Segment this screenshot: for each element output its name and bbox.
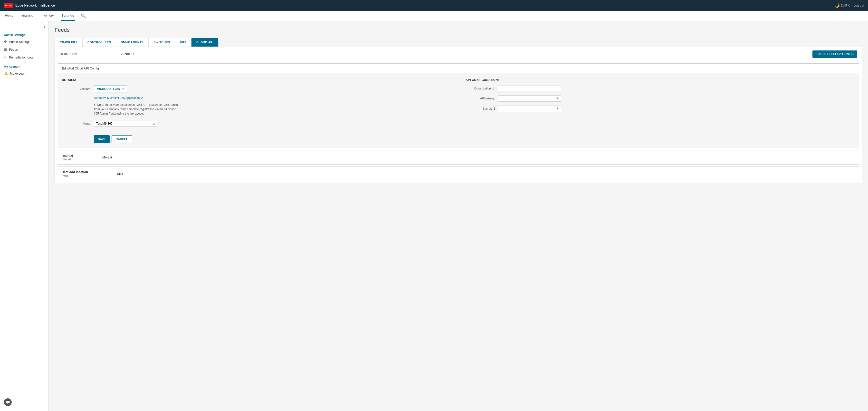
eye-icon[interactable]: 👁 [556, 96, 559, 100]
note-content: Note: To activate the Microsoft 365 API,… [94, 103, 178, 115]
form-details-section: DETAILS: Vendors: MICROSOFT 365 ▼ Author… [62, 78, 451, 130]
sidebar: « Admin Settings ⚙ Admin Settings ☰ Feed… [0, 21, 49, 411]
feeds-icon: ☰ [4, 48, 7, 52]
nav-tab-settings[interactable]: Settings [61, 11, 75, 21]
secret-eye-icon[interactable]: 👁 [556, 107, 559, 111]
mist-vendor: Mist [117, 172, 123, 176]
config-row-mist[interactable]: test add location Mist Mist [58, 167, 859, 181]
nav-tab-analysis[interactable]: Analysis [20, 11, 34, 21]
config-row-mist-name: test add location Mist [63, 170, 88, 177]
form-body: DETAILS: Vendors: MICROSOFT 365 ▼ Author… [58, 74, 859, 135]
authorize-link[interactable]: Authorize Microsoft 365 Application ↗ [94, 96, 451, 100]
authorize-text: Authorize Microsoft 365 Application [94, 96, 140, 100]
org-id-label: Organization Id: [466, 87, 495, 90]
gear-icon: ⚙ [4, 40, 7, 43]
meraki-vendor: Meraki [102, 155, 112, 159]
sidebar-item-feeds[interactable]: ☰ Feeds [0, 46, 49, 53]
nav-tab-inventory[interactable]: Inventory [40, 11, 55, 21]
sidebar-collapse-button[interactable]: « [0, 25, 49, 31]
nav-tab-home[interactable]: Home [4, 11, 14, 21]
mist-sub: Mist [63, 174, 88, 177]
logout-button[interactable]: Log out [854, 4, 864, 7]
tab-switches[interactable]: SWITCHES [149, 38, 175, 47]
form-api-config-section: API CONFIGURATION: Organization Id: API … [466, 78, 855, 130]
sidebar-item-admin-settings[interactable]: ⚙ Admin Settings [0, 38, 49, 46]
cloud-api-header: CLOUD API VENDOR + ADD CLOUD API CONFIG [55, 47, 862, 61]
tab-cloud-api[interactable]: CLOUD API [191, 38, 218, 47]
search-icon[interactable]: 🔍 [81, 13, 86, 18]
details-section-title: DETAILS: [62, 78, 451, 82]
sidebar-item-label-feeds: Feeds [9, 48, 18, 52]
edit-form-title: Edit/Add Cloud API Config [58, 64, 859, 74]
my-account-section-title: My Account [0, 63, 49, 69]
name-input-wrapper: ⊞ [94, 121, 157, 126]
vendor-select[interactable]: MICROSOFT 365 ▼ [94, 86, 127, 92]
add-cloud-api-config-button[interactable]: + ADD CLOUD API CONFIG [812, 51, 857, 58]
tab-controllers[interactable]: CONTROLLERS [83, 38, 116, 47]
cloud-api-panel: CLOUD API VENDOR + ADD CLOUD API CONFIG … [55, 47, 862, 183]
vmw-logo: vmw [4, 3, 13, 8]
support-chat-button[interactable]: 💬 [4, 398, 12, 406]
name-input[interactable] [96, 122, 152, 125]
vendor-label: Vendors: [62, 87, 91, 91]
sidebar-item-label-remediation: Remediation Log [9, 56, 33, 59]
vendor-row: Vendors: MICROSOFT 365 ▼ [62, 86, 451, 92]
save-button[interactable]: SAVE [94, 135, 110, 143]
page-title: Feeds [55, 27, 862, 33]
api-tokens-row: API tokens: 👁 [466, 95, 855, 101]
app-title: Edge Network Intelligence [16, 3, 55, 7]
sidebar-item-label-account: My Account [10, 72, 26, 75]
admin-section-title: Admin Settings [0, 31, 49, 38]
edit-form-container: Edit/Add Cloud API Config DETAILS: Vendo… [58, 63, 859, 148]
top-bar: vmw Edge Network Intelligence 🌙 DARK Log… [0, 0, 868, 11]
mist-name: test add location [63, 170, 88, 174]
org-id-row: Organization Id: [466, 86, 855, 91]
moon-icon: 🌙 [835, 3, 840, 8]
secret-label: Secret: ℹ [466, 107, 495, 111]
api-tokens-input-wrapper: 👁 [498, 95, 561, 101]
dark-mode-toggle[interactable]: 🌙 DARK [835, 3, 850, 8]
dark-label: DARK [841, 4, 850, 7]
config-row-meraki-name: meraki Meraki [63, 154, 73, 161]
secret-info-icon: ℹ [494, 107, 495, 111]
form-actions: SAVE CANCEL [90, 135, 859, 148]
top-bar-left: vmw Edge Network Intelligence [4, 3, 55, 8]
secret-row: Secret: ℹ 👁 [466, 106, 855, 112]
tab-crawlers[interactable]: CRAWLERS [55, 38, 83, 47]
col-vendor: VENDOR [121, 52, 134, 56]
api-tokens-input[interactable] [500, 97, 555, 100]
external-link-icon: ↗ [141, 96, 143, 100]
meraki-sub: Meraki [63, 158, 73, 161]
sidebar-item-label-admin: Admin Settings [9, 40, 30, 43]
copy-icon: ⊞ [153, 122, 155, 125]
config-row-meraki[interactable]: meraki Meraki Meraki [58, 150, 859, 165]
top-bar-right: 🌙 DARK Log out [835, 3, 864, 8]
api-tokens-label: API tokens: [466, 97, 495, 100]
main-layout: « Admin Settings ⚙ Admin Settings ☰ Feed… [0, 21, 868, 411]
check-icon: ✓ [4, 55, 7, 59]
note-text: ℹ Note: To activate the Microsoft 365 AP… [94, 102, 182, 116]
vendor-value: MICROSOFT 365 [97, 87, 120, 91]
info-icon: ℹ [94, 103, 95, 107]
tab-snmp-agents[interactable]: SNMP AGENTS [116, 38, 149, 47]
tab-ups[interactable]: UPS [175, 38, 191, 47]
content-area: Feeds CRAWLERS CONTROLLERS SNMP AGENTS S… [49, 21, 868, 411]
meraki-name: meraki [63, 154, 73, 157]
org-id-input[interactable] [500, 87, 559, 90]
name-label: Name: [62, 122, 91, 125]
secret-input-wrapper: 👁 [498, 106, 561, 112]
cancel-button[interactable]: CANCEL [112, 135, 132, 143]
sidebar-item-remediation[interactable]: ✓ Remediation Log [0, 53, 49, 61]
feed-tabs: CRAWLERS CONTROLLERS SNMP AGENTS SWITCHE… [55, 38, 219, 47]
name-row: Name: ⊞ [62, 121, 451, 126]
api-config-section-title: API CONFIGURATION: [466, 78, 855, 82]
secret-input[interactable] [500, 107, 555, 111]
org-id-input-wrapper [498, 86, 561, 91]
chevron-down-icon: ▼ [122, 88, 124, 90]
header-labels: CLOUD API VENDOR [60, 52, 134, 56]
bell-icon: 🔔 [4, 71, 8, 75]
nav-tabs: Home Analysis Inventory Settings 🔍 [0, 11, 868, 21]
sidebar-item-my-account[interactable]: 🔔 My Account [0, 69, 49, 77]
col-cloud-api: CLOUD API [60, 52, 77, 56]
